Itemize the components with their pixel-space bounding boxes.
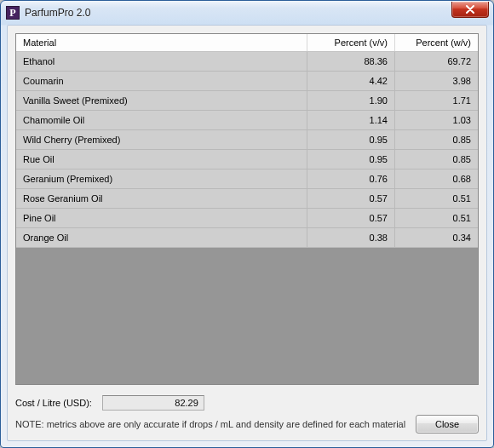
bottom-row: NOTE: metrics above are only accurate if… xyxy=(15,415,479,434)
cell-percent-wv: 0.51 xyxy=(394,189,478,209)
cell-material: Pine Oil xyxy=(16,209,307,228)
cell-percent-wv: 3.98 xyxy=(394,72,478,91)
window-title: ParfumPro 2.0 xyxy=(25,7,90,19)
cell-material: Rue Oil xyxy=(16,150,307,169)
close-button[interactable]: Close xyxy=(416,415,479,434)
table-row[interactable]: Coumarin4.423.98 xyxy=(16,72,478,91)
cell-percent-vv: 1.14 xyxy=(307,111,394,130)
window-close-button[interactable] xyxy=(451,2,489,18)
cell-percent-vv: 0.76 xyxy=(307,169,394,189)
column-header-percent-vv[interactable]: Percent (v/v) xyxy=(307,34,394,52)
close-icon xyxy=(466,5,474,14)
column-header-percent-wv[interactable]: Percent (w/v) xyxy=(394,34,478,52)
cell-material: Vanilla Sweet (Premixed) xyxy=(16,91,307,111)
cost-field[interactable] xyxy=(102,395,204,411)
materials-table-container: Material Percent (v/v) Percent (w/v) Eth… xyxy=(15,33,479,385)
cell-material: Orange Oil xyxy=(16,228,307,248)
table-body: Ethanol88.3669.72Coumarin4.423.98Vanilla… xyxy=(16,52,478,248)
cell-percent-vv: 0.57 xyxy=(307,189,394,209)
cell-percent-vv: 0.57 xyxy=(307,209,394,228)
table-row[interactable]: Ethanol88.3669.72 xyxy=(16,52,478,72)
column-header-material[interactable]: Material xyxy=(16,34,307,52)
table-row[interactable]: Vanilla Sweet (Premixed)1.901.71 xyxy=(16,91,478,111)
cost-row: Cost / Litre (USD): xyxy=(15,395,479,411)
cell-percent-wv: 69.72 xyxy=(394,52,478,72)
cell-percent-wv: 1.71 xyxy=(394,91,478,111)
cell-percent-wv: 0.85 xyxy=(394,150,478,169)
cell-percent-wv: 1.03 xyxy=(394,111,478,130)
note-text: NOTE: metrics above are only accurate if… xyxy=(15,419,405,429)
cell-material: Chamomile Oil xyxy=(16,111,307,130)
cell-percent-vv: 0.38 xyxy=(307,228,394,248)
table-empty-area xyxy=(16,248,478,384)
cell-material: Ethanol xyxy=(16,52,307,72)
client-area: Material Percent (v/v) Percent (w/v) Eth… xyxy=(7,25,487,441)
app-icon: P xyxy=(6,6,20,20)
cell-percent-vv: 1.90 xyxy=(307,91,394,111)
cell-material: Wild Cherry (Premixed) xyxy=(16,130,307,150)
table-header-row: Material Percent (v/v) Percent (w/v) xyxy=(16,34,478,52)
cell-percent-wv: 0.68 xyxy=(394,169,478,189)
cell-percent-vv: 0.95 xyxy=(307,130,394,150)
materials-table: Material Percent (v/v) Percent (w/v) Eth… xyxy=(16,34,478,248)
cell-percent-vv: 4.42 xyxy=(307,72,394,91)
cell-material: Rose Geranium Oil xyxy=(16,189,307,209)
cell-percent-wv: 0.85 xyxy=(394,130,478,150)
table-row[interactable]: Wild Cherry (Premixed)0.950.85 xyxy=(16,130,478,150)
table-row[interactable]: Rose Geranium Oil0.570.51 xyxy=(16,189,478,209)
footer: Cost / Litre (USD): NOTE: metrics above … xyxy=(8,390,486,440)
table-row[interactable]: Chamomile Oil1.141.03 xyxy=(16,111,478,130)
app-window: P ParfumPro 2.0 Material Percent (v/v) P… xyxy=(0,0,494,448)
cell-material: Coumarin xyxy=(16,72,307,91)
table-row[interactable]: Orange Oil0.380.34 xyxy=(16,228,478,248)
cell-percent-vv: 88.36 xyxy=(307,52,394,72)
cell-material: Geranium (Premixed) xyxy=(16,169,307,189)
cell-percent-wv: 0.51 xyxy=(394,209,478,228)
cost-label: Cost / Litre (USD): xyxy=(15,398,92,408)
table-row[interactable]: Pine Oil0.570.51 xyxy=(16,209,478,228)
table-row[interactable]: Geranium (Premixed)0.760.68 xyxy=(16,169,478,189)
table-row[interactable]: Rue Oil0.950.85 xyxy=(16,150,478,169)
titlebar[interactable]: P ParfumPro 2.0 xyxy=(1,1,493,25)
cell-percent-vv: 0.95 xyxy=(307,150,394,169)
cell-percent-wv: 0.34 xyxy=(394,228,478,248)
